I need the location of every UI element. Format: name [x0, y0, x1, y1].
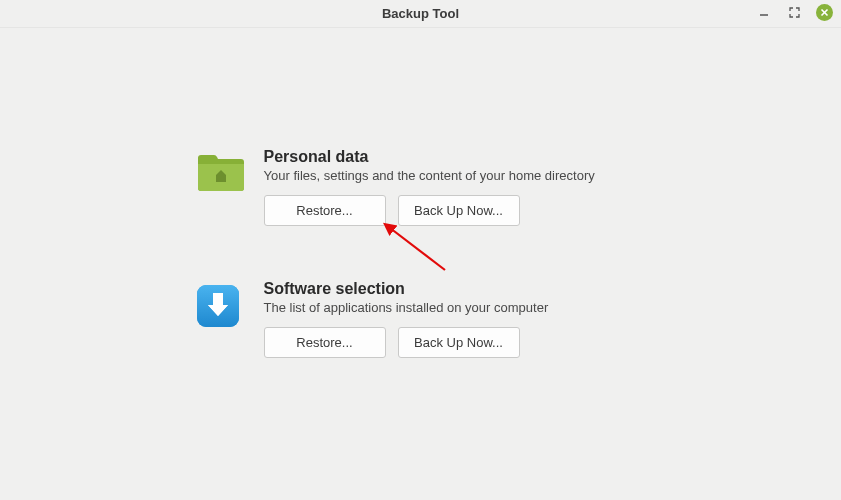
main-content: Personal data Your files, settings and t…	[0, 28, 841, 358]
personal-data-desc: Your files, settings and the content of …	[264, 168, 646, 183]
personal-data-section: Personal data Your files, settings and t…	[196, 148, 646, 226]
software-selection-buttons: Restore... Back Up Now...	[264, 327, 646, 358]
personal-backup-button[interactable]: Back Up Now...	[398, 195, 520, 226]
software-selection-desc: The list of applications installed on yo…	[264, 300, 646, 315]
personal-data-buttons: Restore... Back Up Now...	[264, 195, 646, 226]
download-icon	[196, 284, 246, 326]
software-restore-button[interactable]: Restore...	[264, 327, 386, 358]
personal-data-body: Personal data Your files, settings and t…	[264, 148, 646, 226]
maximize-button[interactable]	[786, 5, 802, 21]
close-button[interactable]	[816, 4, 833, 21]
folder-home-icon	[196, 152, 246, 194]
software-selection-title: Software selection	[264, 280, 646, 298]
minimize-button[interactable]	[756, 5, 772, 21]
software-selection-section: Software selection The list of applicati…	[196, 280, 646, 358]
software-backup-button[interactable]: Back Up Now...	[398, 327, 520, 358]
window-title: Backup Tool	[382, 6, 459, 21]
window-controls	[756, 4, 833, 21]
personal-restore-button[interactable]: Restore...	[264, 195, 386, 226]
titlebar: Backup Tool	[0, 0, 841, 28]
software-selection-body: Software selection The list of applicati…	[264, 280, 646, 358]
personal-data-title: Personal data	[264, 148, 646, 166]
